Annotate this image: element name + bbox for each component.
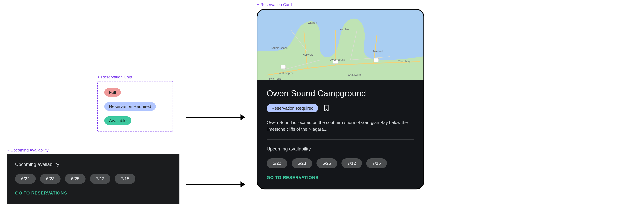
map-place-label: Owen Sound: [330, 58, 345, 61]
divider: [267, 139, 414, 140]
status-chip-reservation-required[interactable]: Reservation Required: [267, 104, 318, 112]
reservation-card-section: Reservation Card: [256, 2, 424, 189]
availability-heading: Upcoming availability: [15, 162, 171, 167]
card-date-row: 6/22 6/23 6/25 7/12 7/15: [267, 158, 414, 168]
date-chip[interactable]: 6/22: [15, 174, 36, 184]
chip-examples-box: Full Reservation Required Available: [97, 81, 173, 132]
map-place-label: Hepworth: [303, 53, 314, 56]
bookmark-icon[interactable]: [324, 105, 329, 111]
date-chip[interactable]: 6/25: [65, 174, 86, 184]
map-place-label: Thornbury: [398, 60, 410, 63]
date-chip[interactable]: 6/23: [40, 174, 61, 184]
availability-card: Upcoming availability 6/22 6/23 6/25 7/1…: [7, 154, 180, 204]
arrow-icon: [186, 117, 245, 118]
card-body: Owen Sound Campground Reservation Requir…: [258, 80, 424, 189]
go-to-reservations-button[interactable]: GO TO RESERVATIONS: [15, 190, 171, 196]
map-svg: [258, 10, 424, 80]
map-place-label: Meaford: [373, 50, 383, 53]
map-place-label: Southampton: [278, 72, 294, 75]
date-chip[interactable]: 7/15: [366, 158, 387, 168]
section-label-availability: Upcoming Availability: [7, 148, 180, 152]
go-to-reservations-button[interactable]: GO TO RESERVATIONS: [267, 175, 414, 180]
section-label-card: Reservation Card: [256, 2, 424, 7]
svg-rect-3: [281, 65, 286, 69]
map-place-label: Kemble: [340, 28, 349, 31]
date-chip[interactable]: 7/12: [342, 158, 362, 168]
availability-date-row: 6/22 6/23 6/25 7/12 7/15: [15, 174, 171, 184]
reservation-card: Wiarton Kemble Sauble Beach Hepworth Owe…: [256, 9, 424, 189]
chip-available[interactable]: Available: [104, 116, 131, 125]
upcoming-availability-section: Upcoming Availability Upcoming availabil…: [7, 148, 180, 204]
date-chip[interactable]: 6/22: [267, 158, 287, 168]
map-place-label: Chatsworth: [348, 73, 362, 76]
section-label-chip: Reservation Chip: [97, 75, 173, 79]
card-title: Owen Sound Campground: [267, 89, 414, 98]
reservation-chip-section: Reservation Chip Full Reservation Requir…: [97, 75, 173, 132]
map-place-label: Wiarton: [308, 21, 317, 24]
date-chip[interactable]: 7/12: [90, 174, 110, 184]
svg-rect-2: [374, 58, 379, 62]
date-chip[interactable]: 7/15: [115, 174, 135, 184]
map-place-label: Port Elgin: [269, 78, 281, 80]
arrow-icon: [186, 184, 245, 185]
card-availability-heading: Upcoming availability: [267, 146, 414, 152]
map-place-label: Sauble Beach: [271, 47, 288, 50]
chip-reservation-required[interactable]: Reservation Required: [104, 102, 156, 111]
card-title-row: Reservation Required: [267, 104, 414, 112]
date-chip[interactable]: 6/23: [292, 158, 312, 168]
card-description: Owen Sound is located on the southern sh…: [267, 119, 411, 133]
map-image: Wiarton Kemble Sauble Beach Hepworth Owe…: [258, 10, 424, 80]
date-chip[interactable]: 6/25: [316, 158, 337, 168]
chip-full[interactable]: Full: [104, 88, 121, 97]
